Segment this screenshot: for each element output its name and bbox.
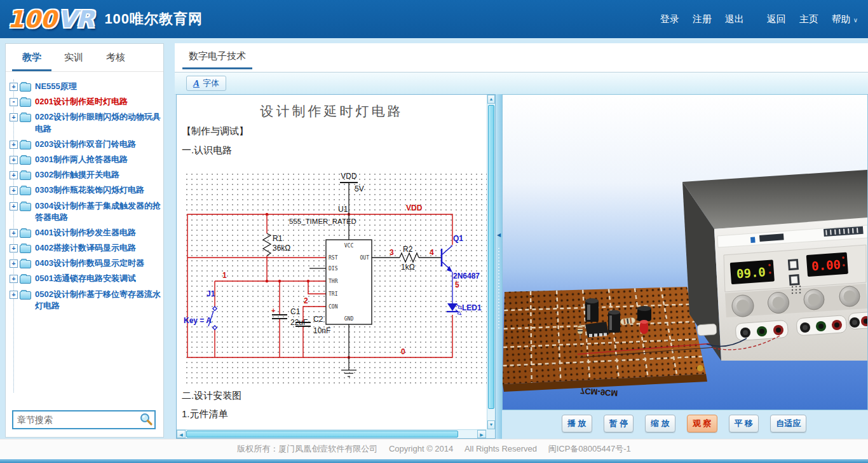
tree-item-ne555[interactable]: +NE555原理 [10,81,161,92]
svg-text:09.0: 09.0 [736,265,766,280]
vertical-scroll-thumb[interactable] [488,105,494,409]
pan-button[interactable]: 平 移 [729,415,759,432]
expand-icon[interactable]: + [10,171,18,179]
nav-login[interactable]: 登录 [660,13,679,25]
copyright-en: Copyright © 2014 [389,444,453,453]
nav-logout[interactable]: 退出 [725,13,744,25]
lesson-document-panel[interactable]: 设计制作延时灯电路 【制作与调试】 一.认识电路 [176,94,496,439]
folder-icon [20,99,31,107]
tree-item-0402[interactable]: +0402搭接计数译码显示电路 [10,242,161,254]
splitter-grip [498,247,500,329]
play-button[interactable]: 播 放 [562,415,592,432]
tree-item-0202[interactable]: +0202设计制作眼睛闪烁的动物玩具电路 [10,111,161,134]
pin-gnd: GND [344,316,354,322]
logo-vr-icon: VR [58,6,94,33]
expand-icon[interactable]: + [10,202,18,211]
tree-item-0403[interactable]: +0403设计制作数码显示定时器 [10,258,161,269]
sidebar-tabs: 教学 实训 考核 [6,44,163,72]
tree-item-0501[interactable]: +0501选通锁存电路安装调试 [10,273,161,284]
r2-ref: R2 [403,245,413,254]
psu-logo [750,237,756,243]
collapse-icon[interactable]: - [10,98,18,106]
tree-item-0201[interactable]: -0201设计制作延时灯电路 [10,96,161,107]
scroll-right-button[interactable]: ▶ [477,430,486,438]
tab-digital-electronics[interactable]: 数字电子技术 [182,43,252,69]
logo-100-icon: 100 [8,6,57,33]
scroll-left-button[interactable]: ◀ [177,430,186,438]
search-button[interactable] [138,412,154,427]
nav-help[interactable]: 帮助∨ [832,13,858,25]
j1-ref: J1 [207,289,215,298]
splitter-collapse-button[interactable]: ◀ [496,230,502,240]
c1-ref: C1 [290,307,301,316]
search-input[interactable] [13,415,138,425]
folder-icon [20,245,31,253]
led1-symbol [447,303,462,315]
pin-vcc: VCC [344,243,354,249]
folder-icon [20,230,31,238]
c1-polarity: + [271,307,275,314]
expand-icon[interactable]: + [10,259,18,268]
folder-icon [20,156,31,165]
simulation-3d-viewport[interactable]: 7CM-9CM [502,94,868,410]
vdd-power-label: VDD [341,172,357,181]
pin-thr: THR [329,279,338,284]
horizontal-scroll-thumb[interactable] [186,431,458,438]
net-4-label: 4 [430,248,434,257]
scroll-up-button[interactable]: ▲ [487,95,495,104]
tree-item-0502[interactable]: +0502设计制作基于移位寄存器流水灯电路 [10,289,161,312]
c1-value: 22uF [290,318,308,327]
tree-item-0303[interactable]: +0303制作瓶花装饰闪烁灯电路 [10,184,161,196]
step-3-heading: 1.元件清单 [182,408,228,420]
chevron-down-icon: ∨ [853,17,858,24]
pin-out: OUT [360,255,370,261]
pin-rst: RST [329,255,338,261]
expand-icon[interactable]: + [10,141,18,149]
auto-fit-button[interactable]: 自适应 [770,415,806,432]
folder-icon [20,275,31,284]
led1-ref: LED1 [462,303,482,312]
expand-icon[interactable]: + [10,291,18,299]
tree-item-0401[interactable]: +0401设计制作秒发生器电路 [10,227,161,238]
observe-button[interactable]: 观 察 [687,415,717,432]
net-vdd-label: VDD [406,204,423,212]
footer-accent-bar [0,459,868,463]
tree-item-0301[interactable]: +0301制作两人抢答器电路 [10,154,161,165]
course-sidebar: 教学 实训 考核 +NE555原理 -0201设计制作延时灯电路 +0202设计… [5,43,164,438]
panel-splitter[interactable]: ◀ [496,94,502,439]
tree-item-0302[interactable]: +0302制作触摸开关电路 [10,169,161,181]
folder-icon [20,172,31,180]
breadboard: 7CM-9CM [503,287,715,398]
j1-value: Key = A [184,316,212,325]
pause-button[interactable]: 暂 停 [604,415,634,432]
expand-icon[interactable]: + [10,83,18,91]
nav-register[interactable]: 注册 [693,13,712,25]
nav-back[interactable]: 返回 [767,13,786,25]
top-nav: 登录 注册 退出 返回 主页 帮助∨ [647,0,858,38]
expand-icon[interactable]: + [10,244,18,252]
scroll-down-button[interactable]: ▼ [487,420,495,429]
doc-horizontal-scrollbar[interactable]: ◀ ▶ [177,429,486,438]
expand-icon[interactable]: + [10,229,18,237]
step-1-heading: 一.认识电路 [182,144,232,156]
zoom-button[interactable]: 缩 放 [645,415,675,432]
expand-icon[interactable]: + [10,156,18,164]
doc-vertical-scrollbar[interactable]: ▲ ▼ [487,95,495,429]
tab-practice[interactable]: 实训 [54,44,93,71]
tab-teaching[interactable]: 教学 [12,44,51,71]
font-button[interactable]: A 字体 [186,76,226,91]
net-2-label: 2 [304,296,308,305]
tab-assessment[interactable]: 考核 [96,44,135,71]
expand-icon[interactable]: + [10,275,18,283]
board-pad [697,365,703,371]
psu-current-display: 0.00 [806,252,848,277]
folder-icon [20,141,31,149]
net-5-label: 5 [455,280,459,289]
expand-icon[interactable]: + [10,186,18,195]
expand-icon[interactable]: + [10,113,18,121]
nav-home[interactable]: 主页 [799,13,818,25]
document-title: 设计制作延时灯电路 [177,102,487,120]
tree-item-0203[interactable]: +0203设计制作双音门铃电路 [10,139,161,150]
rights-reserved: All Rights Reserved [465,444,537,453]
tree-item-0304[interactable]: +0304设计制作基于集成触发器的抢答器电路 [10,200,161,223]
